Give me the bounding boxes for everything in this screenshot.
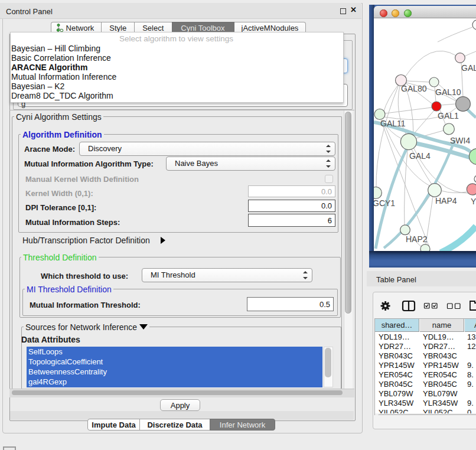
svg-text:GAL7: GAL7 (461, 63, 476, 73)
svg-text:GCY1: GCY1 (374, 198, 395, 208)
svg-text:HAP4: HAP4 (435, 196, 457, 206)
svg-text:GAL1: GAL1 (438, 111, 459, 120)
svg-text:GAL11: GAL11 (380, 119, 406, 128)
svg-text:HAP2: HAP2 (406, 234, 428, 244)
svg-text:GAL4: GAL4 (409, 151, 431, 161)
svg-text:SWI4: SWI4 (450, 136, 470, 145)
svg-text:GAL10: GAL10 (435, 87, 461, 97)
svg-text:YM: YM (471, 197, 476, 206)
svg-text:GAL80: GAL80 (401, 84, 427, 93)
